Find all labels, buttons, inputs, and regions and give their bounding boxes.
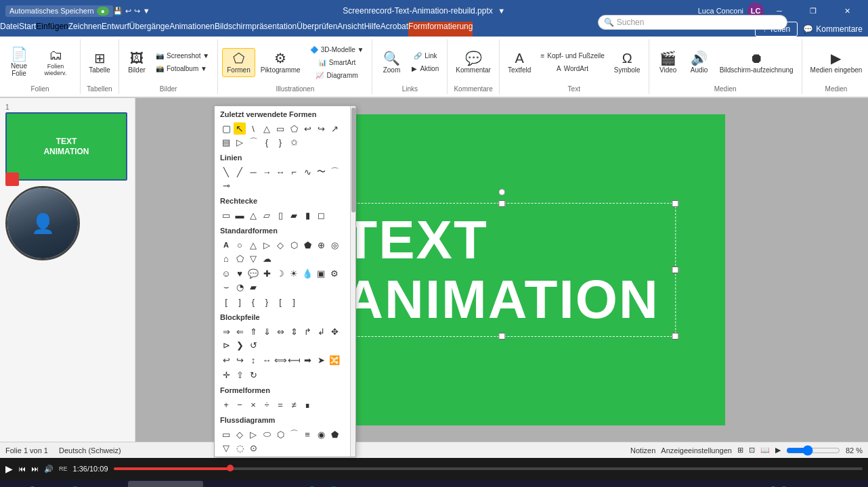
tabelle-button[interactable]: ⊞ Tabelle bbox=[85, 49, 114, 76]
shape-rect1[interactable]: \ bbox=[247, 122, 259, 135]
std-chord[interactable]: ◔ bbox=[234, 281, 246, 293]
flow-term[interactable]: ◉ bbox=[315, 428, 327, 440]
formel-div[interactable]: ÷ bbox=[261, 398, 273, 411]
std-curly-r[interactable]: } bbox=[261, 296, 273, 308]
slide-thumbnail-1[interactable]: 1 TEXT ANIMATION bbox=[5, 103, 129, 181]
block-down[interactable]: ⇓ bbox=[261, 325, 273, 338]
redo-icon[interactable]: ↪ bbox=[134, 7, 140, 16]
handle-br[interactable] bbox=[672, 333, 679, 340]
std-cross[interactable]: ✚ bbox=[261, 267, 273, 279]
std-tear[interactable]: 💧 bbox=[301, 267, 313, 279]
formel-symbol[interactable]: ∎ bbox=[301, 398, 313, 411]
taskbar-powerpoint1[interactable]: P Screenrecord-Text-... bbox=[128, 481, 203, 487]
line-horiz[interactable]: ─ bbox=[247, 166, 259, 178]
flow-prep[interactable]: ⬟ bbox=[328, 428, 341, 440]
shape-cursor[interactable]: ▢ bbox=[220, 122, 232, 135]
notes-button[interactable]: Notizen bbox=[630, 446, 655, 455]
handle-mr[interactable] bbox=[672, 266, 679, 273]
taskbar-start[interactable]: ⊞ bbox=[3, 481, 22, 487]
shape-arrow2[interactable]: ↪ bbox=[315, 122, 327, 135]
formen-button[interactable]: ⬠ Formen bbox=[222, 48, 255, 77]
taskbar-edge[interactable]: 🌐 bbox=[65, 481, 85, 487]
std-oct[interactable]: ⬟ bbox=[301, 239, 313, 251]
shape-arrow1[interactable]: ↩ bbox=[301, 122, 313, 135]
std-gear[interactable]: ⚙ bbox=[328, 267, 341, 279]
std-moon[interactable]: ☽ bbox=[274, 267, 286, 279]
undo-icon[interactable]: ↩ bbox=[125, 7, 131, 16]
std-penta[interactable]: ⬠ bbox=[234, 252, 246, 264]
rect-snip4[interactable]: ▰ bbox=[288, 209, 300, 221]
taskbar-ai[interactable]: AI bbox=[345, 481, 363, 487]
flow-multidoc[interactable]: ≡ bbox=[301, 428, 313, 440]
view-present-icon[interactable]: ▶ bbox=[775, 446, 781, 455]
block-right[interactable]: ⇒ bbox=[220, 325, 232, 338]
taskbar-illustrator[interactable]: Ai bbox=[364, 481, 382, 487]
formel-minus[interactable]: − bbox=[234, 398, 246, 411]
volume-button[interactable]: 🔊 bbox=[44, 465, 53, 473]
shape-rect2[interactable]: ▭ bbox=[274, 122, 286, 135]
taskbar-powerpoint2[interactable]: P Screenrecord-Text-... bbox=[204, 481, 280, 487]
formel-eq[interactable]: = bbox=[274, 398, 286, 411]
tab-ueberpruefen[interactable]: Überprüfen bbox=[297, 22, 337, 37]
block-up[interactable]: ⇑ bbox=[247, 325, 259, 338]
view-slide-icon[interactable]: ⊡ bbox=[749, 446, 755, 455]
customize-icon[interactable]: ▼ bbox=[143, 7, 150, 15]
shape-cursor-arrow[interactable]: ↖ bbox=[234, 122, 246, 135]
link-button[interactable]: 🔗 Link bbox=[408, 50, 443, 62]
std-rtriangle[interactable]: ▷ bbox=[261, 239, 273, 251]
tab-entwurf[interactable]: Entwurf bbox=[102, 22, 129, 37]
line-free[interactable]: ⌒ bbox=[328, 166, 341, 178]
rect-basic[interactable]: ▭ bbox=[220, 209, 232, 221]
block-both-v[interactable]: ⇕ bbox=[288, 325, 300, 338]
block-multi1[interactable]: ➡ bbox=[301, 354, 313, 366]
folien-wiederverwenden-button[interactable]: 🗂 Folien wiederv. bbox=[35, 46, 76, 78]
piktogramme-button[interactable]: ⚙ Piktogramme bbox=[257, 49, 305, 76]
medien-eingeben-button[interactable]: ▶ Medien eingeben bbox=[806, 49, 867, 76]
handle-tr[interactable] bbox=[672, 200, 679, 207]
rect-fold[interactable]: ◻ bbox=[315, 209, 327, 221]
search-placeholder[interactable]: Suchen bbox=[617, 18, 645, 27]
smartart-button[interactable]: 📊 SmartArt bbox=[306, 57, 368, 68]
line-connector[interactable]: ⊸ bbox=[220, 179, 232, 191]
block-plus[interactable]: ✛ bbox=[220, 369, 232, 381]
shape-triangle1[interactable]: △ bbox=[261, 122, 273, 135]
rect-snip5[interactable]: ▮ bbox=[301, 209, 313, 221]
std-parallelogram[interactable]: ▰ bbox=[247, 281, 259, 293]
3d-modelle-button[interactable]: 🔷 3D-Modelle ▼ bbox=[306, 44, 368, 55]
block-left[interactable]: ⇐ bbox=[234, 325, 246, 338]
view-normal-icon[interactable]: ⊞ bbox=[737, 446, 743, 455]
std-triangle[interactable]: △ bbox=[247, 239, 259, 251]
flow-doc[interactable]: ⌒ bbox=[288, 428, 300, 440]
tab-acrobat[interactable]: Acrobat bbox=[381, 22, 408, 37]
block-quad[interactable]: ✥ bbox=[328, 325, 341, 338]
taskbar-explorer[interactable]: 📁 bbox=[87, 481, 107, 487]
flow-alt[interactable]: ◇ bbox=[234, 428, 246, 440]
diagramm-button[interactable]: 📈 Diagramm bbox=[306, 70, 368, 81]
bilder-button[interactable]: 🖼 Bilder bbox=[123, 49, 150, 76]
flow-process[interactable]: ▭ bbox=[220, 428, 232, 440]
line-straight[interactable]: ╲ bbox=[220, 166, 232, 178]
neue-folie-button[interactable]: 📄 Neue Folie bbox=[4, 45, 34, 80]
shape-pentagon[interactable]: ⬠ bbox=[288, 122, 300, 135]
block-up2[interactable]: ⇧ bbox=[234, 369, 246, 381]
comments-button[interactable]: 💬 Kommentare bbox=[803, 24, 863, 34]
taskbar-word[interactable]: W bbox=[280, 481, 300, 487]
block-curved[interactable]: ↺ bbox=[247, 339, 259, 351]
autosave-status[interactable]: ● bbox=[97, 7, 109, 16]
flow2-4[interactable]: ⊕ bbox=[261, 457, 273, 457]
flow-off[interactable]: ◌ bbox=[234, 442, 246, 454]
std-circle[interactable]: ○ bbox=[234, 239, 246, 251]
formel-neq[interactable]: ≠ bbox=[288, 398, 300, 411]
std-hex[interactable]: ⬡ bbox=[288, 239, 300, 251]
aktion-button[interactable]: ▶ Aktion bbox=[408, 63, 443, 74]
flow-conn[interactable]: ⊙ bbox=[247, 442, 259, 454]
line-arrow-both[interactable]: ↔ bbox=[274, 166, 286, 178]
flow2-9[interactable]: ◁ bbox=[328, 457, 341, 457]
shape-arrow3[interactable]: ↗ bbox=[328, 122, 341, 135]
slide-settings-button[interactable]: Anzeigeeinstellungen bbox=[661, 446, 732, 455]
taskbar-search[interactable]: 🔍 bbox=[24, 481, 44, 487]
close-button[interactable]: ✕ bbox=[831, 0, 863, 22]
taskbar-chrome2[interactable]: 🌐 bbox=[324, 481, 344, 487]
save-icon[interactable]: 💾 bbox=[113, 7, 123, 16]
block-multi3[interactable]: 🔀 bbox=[328, 354, 341, 366]
